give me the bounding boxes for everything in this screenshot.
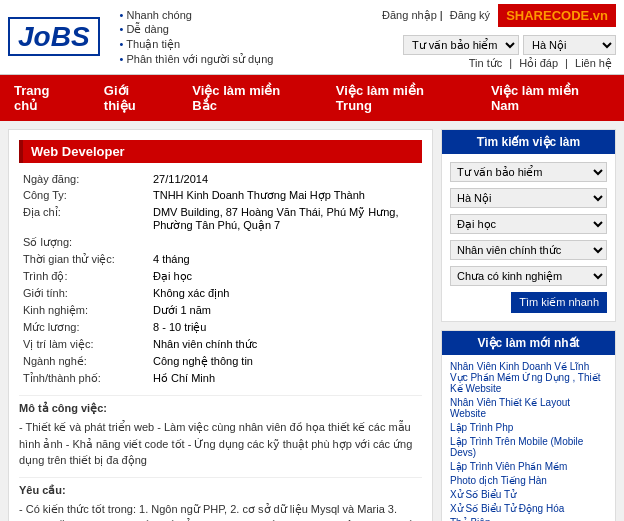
- field-label: Mức lương:: [19, 319, 149, 336]
- field-value: [149, 234, 422, 251]
- nav-south[interactable]: Việc làm miền Nam: [477, 75, 624, 121]
- table-row: Mức lương: 8 - 10 triệu: [19, 319, 422, 336]
- sidebar-search-button[interactable]: Tìm kiếm nhanh: [511, 292, 607, 313]
- header-auth: Đăng nhập | Đăng ký: [378, 9, 490, 22]
- header: JoBS Nhanh chóng Dễ dàng Thuận tiện Phân…: [0, 0, 624, 75]
- nav-hoi-dap[interactable]: Hỏi đáp: [519, 57, 558, 69]
- field-value: 27/11/2014: [149, 171, 422, 187]
- search-row: Tư vấn bảo hiểm Web Developer Lập trình …: [403, 35, 616, 55]
- table-row: Vị trí làm việc: Nhân viên chính thức: [19, 336, 422, 353]
- nav-home[interactable]: Trang chủ: [0, 75, 90, 121]
- sidebar-search-select-5[interactable]: Chưa có kinh nghiệm Dưới 1 năm: [450, 266, 607, 286]
- logo: JoBS: [8, 21, 100, 53]
- list-item[interactable]: Xử Số Biểu Tử: [450, 489, 607, 500]
- field-label: Giới tính:: [19, 285, 149, 302]
- header-menu-list: Nhanh chóng Dễ dàng Thuận tiện Phân thìê…: [120, 8, 274, 67]
- navbar: Trang chủ Giới thiệu Việc làm miền Bắc V…: [0, 75, 624, 121]
- sidebar-search-box: Tìm kiếm việc làm Tư vấn bảo hiểm Web De…: [441, 129, 616, 322]
- field-value: Nhân viên chính thức: [149, 336, 422, 353]
- nav-about[interactable]: Giới thiệu: [90, 75, 178, 121]
- field-label: Thời gian thử việc:: [19, 251, 149, 268]
- field-label: Tỉnh/thành phố:: [19, 370, 149, 387]
- field-label: Kinh nghiệm:: [19, 302, 149, 319]
- table-row: Kinh nghiệm: Dưới 1 năm: [19, 302, 422, 319]
- table-row: Số lượng:: [19, 234, 422, 251]
- list-item[interactable]: Thủ Biên: [450, 517, 607, 521]
- main: Web Developer Ngày đăng: 27/11/2014 Công…: [0, 121, 624, 521]
- list-item[interactable]: Xử Số Biểu Tử Động Hóa: [450, 503, 607, 514]
- field-label: Ngành nghề:: [19, 353, 149, 370]
- job-content: Web Developer Ngày đăng: 27/11/2014 Công…: [8, 129, 433, 521]
- job-requirements: Yêu cầu: - Có kiến thức tốt trong: 1. Ng…: [19, 484, 422, 522]
- search-box-content: Tư vấn bảo hiểm Web Developer Hà Nội Hồ …: [442, 154, 615, 321]
- login-link[interactable]: Đăng nhập: [382, 9, 437, 21]
- job-title: Web Developer: [19, 140, 422, 163]
- sidebar: Tìm kiếm việc làm Tư vấn bảo hiểm Web De…: [441, 129, 616, 521]
- field-value: Hồ Chí Minh: [149, 370, 422, 387]
- list-item[interactable]: Lập Trình Php: [450, 422, 607, 433]
- sidebar-search-select-2[interactable]: Hà Nội Hồ Chí Minh: [450, 188, 607, 208]
- sidebar-search-select-1[interactable]: Tư vấn bảo hiểm Web Developer: [450, 162, 607, 182]
- divider: [19, 395, 422, 396]
- req-title: Yêu cầu:: [19, 484, 422, 497]
- field-label: Vị trí làm việc:: [19, 336, 149, 353]
- field-label: Công Ty:: [19, 187, 149, 204]
- field-value: Không xác định: [149, 285, 422, 302]
- sharecode-suffix: .vn: [589, 8, 608, 23]
- table-row: Giới tính: Không xác định: [19, 285, 422, 302]
- req-text: - Có kiến thức tốt trong: 1. Ngôn ngữ PH…: [19, 501, 422, 522]
- register-link[interactable]: Đăng ký: [450, 9, 490, 21]
- nav-north[interactable]: Việc làm miền Bắc: [178, 75, 322, 121]
- desc-title: Mô tả công việc:: [19, 402, 422, 415]
- field-value: 4 tháng: [149, 251, 422, 268]
- list-item[interactable]: Lập Trình Trên Mobile (Mobile Devs): [450, 436, 607, 458]
- header-left: JoBS Nhanh chóng Dễ dàng Thuận tiện Phân…: [8, 8, 273, 67]
- table-row: Ngành nghề: Công nghệ thông tin: [19, 353, 422, 370]
- header-top-right: Đăng nhập | Đăng ký SHARECODE.vn: [378, 4, 616, 27]
- menu-item-4: Phân thìên với người sử dụng: [120, 52, 274, 67]
- field-label: Ngày đăng:: [19, 171, 149, 187]
- field-value: TNHH Kinh Doanh Thương Mai Hợp Thành: [149, 187, 422, 204]
- search-box-title: Tìm kiếm việc làm: [442, 130, 615, 154]
- logo-text[interactable]: JoBS: [8, 17, 100, 56]
- field-label: Địa chỉ:: [19, 204, 149, 234]
- sidebar-search-select-3[interactable]: Đại học Cao đẳng: [450, 214, 607, 234]
- nav-lien-he[interactable]: Liên hệ: [575, 57, 612, 69]
- sidebar-jobs-box: Việc làm mới nhất Nhân Viên Kinh Doanh V…: [441, 330, 616, 521]
- location-select[interactable]: Hà Nội Hồ Chí Minh Đà Nẵng: [523, 35, 616, 55]
- job-description: Mô tả công việc: - Thiết kế và phát triể…: [19, 402, 422, 469]
- list-item[interactable]: Photo dịch Tiếng Hàn: [450, 475, 607, 486]
- job-info-table: Ngày đăng: 27/11/2014 Công Ty: TNHH Kinh…: [19, 171, 422, 387]
- field-label: Trình độ:: [19, 268, 149, 285]
- table-row: Trình độ: Đại học: [19, 268, 422, 285]
- menu-item-2: Dễ dàng: [120, 22, 274, 37]
- nav-tin-tuc[interactable]: Tin tức: [469, 57, 503, 69]
- nav-central[interactable]: Việc làm miền Trung: [322, 75, 477, 121]
- field-value: Công nghệ thông tin: [149, 353, 422, 370]
- list-item[interactable]: Lập Trình Viên Phần Mềm: [450, 461, 607, 472]
- field-label: Số lượng:: [19, 234, 149, 251]
- table-row: Công Ty: TNHH Kinh Doanh Thương Mai Hợp …: [19, 187, 422, 204]
- sharecode-logo: SHARECODE.vn: [498, 4, 616, 27]
- list-item[interactable]: Nhân Viên Thiết Kế Layout Website: [450, 397, 607, 419]
- menu-item-1: Nhanh chóng: [120, 8, 274, 22]
- field-value: Dưới 1 năm: [149, 302, 422, 319]
- menu-item-3: Thuận tiện: [120, 37, 274, 52]
- jobs-list: Nhân Viên Kinh Doanh Về Lĩnh Vực Phần Mề…: [442, 355, 615, 521]
- search-select[interactable]: Tư vấn bảo hiểm Web Developer Lập trình …: [403, 35, 519, 55]
- jobs-box-title: Việc làm mới nhất: [442, 331, 615, 355]
- table-row: Địa chỉ: DMV Building, 87 Hoàng Văn Thái…: [19, 204, 422, 234]
- table-row: Tỉnh/thành phố: Hồ Chí Minh: [19, 370, 422, 387]
- header-nav: Tin tức | Hỏi đáp | Liên hệ: [465, 57, 616, 70]
- table-row: Thời gian thử việc: 4 tháng: [19, 251, 422, 268]
- sidebar-search-select-4[interactable]: Nhân viên chính thức Thực tập sinh: [450, 240, 607, 260]
- table-row: Ngày đăng: 27/11/2014: [19, 171, 422, 187]
- field-value: 8 - 10 triệu: [149, 319, 422, 336]
- desc-text: - Thiết kế và phát triển web - Làm việc …: [19, 419, 422, 469]
- sharecode-text: SHARECODE: [506, 8, 589, 23]
- field-value: Đại học: [149, 268, 422, 285]
- field-value: DMV Building, 87 Hoàng Văn Thái, Phú Mỹ …: [149, 204, 422, 234]
- divider: [19, 477, 422, 478]
- list-item[interactable]: Nhân Viên Kinh Doanh Về Lĩnh Vực Phần Mề…: [450, 361, 607, 394]
